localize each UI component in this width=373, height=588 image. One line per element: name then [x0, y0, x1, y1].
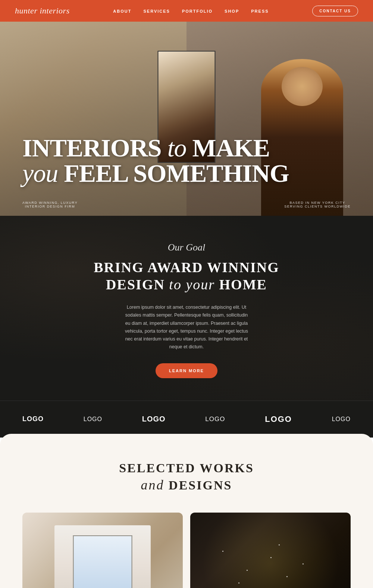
goal-section: Our Goal BRING AWARD WINNING DESIGN to y…: [0, 216, 373, 401]
hero-label-left-line2: INTERIOR DESIGN FIRM: [22, 205, 78, 208]
hero-label-right-line1: BASED IN NEW YORK CITY: [284, 201, 351, 205]
work-card-2[interactable]: [190, 513, 351, 588]
nav-link-services[interactable]: SERVICES: [143, 9, 170, 13]
star-4: [286, 576, 288, 577]
star-1: [222, 551, 223, 552]
nav-links: ABOUT SERVICES PORTFOLIO SHOP PRESS: [113, 7, 269, 14]
hero-italic-to: to: [167, 134, 186, 162]
hero-label-left-line1: AWARD WINNING, LUXURY: [22, 201, 78, 205]
hero-label-right: BASED IN NEW YORK CITY SERVING CLIENTS W…: [284, 201, 351, 208]
hero-headline: INTERIORS to MAKE you FEEL SOMETHING: [22, 135, 351, 186]
logo-2: LOGO: [84, 416, 102, 423]
nav-item-services[interactable]: SERVICES: [143, 7, 170, 14]
works-title-line1: SELECTED WORKS: [119, 461, 254, 475]
hero-italic-you: you: [22, 159, 58, 187]
hero-headline-feel: FEEL SOMETHING: [58, 159, 289, 187]
star-7: [303, 563, 304, 564]
works-grid: [22, 513, 351, 588]
logo-1: LOGO: [22, 415, 44, 423]
hero-label-right-line2: SERVING CLIENTS WORLDWIDE: [284, 205, 351, 208]
star-3: [270, 557, 272, 558]
nav-link-portfolio[interactable]: PORTFOLIO: [182, 9, 213, 13]
nav-logo[interactable]: hunter interiors: [15, 6, 70, 16]
work-card-1[interactable]: [22, 513, 183, 588]
logo-4: LOGO: [205, 416, 225, 423]
nav-item-press[interactable]: PRESS: [251, 7, 269, 14]
star-2: [247, 570, 248, 571]
goal-body-text: Lorem ipsum dolor sit amet, consectetur …: [123, 304, 250, 351]
star-8: [279, 544, 280, 545]
nav-link-about[interactable]: ABOUT: [113, 9, 131, 13]
works-title-line2: DESIGNS: [164, 478, 232, 492]
nav-item-about[interactable]: ABOUT: [113, 7, 131, 14]
learn-more-button[interactable]: LEARN MORE: [156, 363, 217, 378]
hero-headline-line1: INTERIORS to MAKE: [22, 134, 270, 162]
works-title: SELECTED WORKS and DESIGNS: [22, 460, 351, 494]
contact-us-button[interactable]: CONTACT US: [312, 6, 358, 16]
nav-link-shop[interactable]: SHOP: [225, 9, 239, 13]
nav-link-press[interactable]: PRESS: [251, 9, 269, 13]
goal-headline-italic: to your: [169, 277, 215, 292]
navigation: hunter interiors ABOUT SERVICES PORTFOLI…: [0, 0, 373, 22]
goal-eyebrow: Our Goal: [15, 242, 358, 253]
hero-bottom-labels: AWARD WINNING, LUXURY INTERIOR DESIGN FI…: [0, 201, 373, 208]
logo-3: LOGO: [142, 415, 166, 423]
hero-text-overlay: INTERIORS to MAKE you FEEL SOMETHING: [0, 135, 373, 186]
logos-bar: LOGO LOGO LOGO LOGO LOGO LOGO: [0, 401, 373, 438]
hero-section: INTERIORS to MAKE you FEEL SOMETHING AWA…: [0, 22, 373, 216]
works-title-and: and: [141, 477, 164, 492]
star-6: [238, 582, 239, 584]
logo-6: LOGO: [332, 416, 351, 423]
logo-5: LOGO: [265, 414, 292, 424]
goal-headline-line1: BRING AWARD WINNING: [94, 259, 279, 275]
work-card-1-detail: [54, 525, 151, 588]
nav-item-shop[interactable]: SHOP: [225, 7, 239, 14]
goal-headline: BRING AWARD WINNING DESIGN to your HOME: [15, 259, 358, 293]
goal-headline-line2: DESIGN to your HOME: [106, 277, 267, 292]
hero-label-left: AWARD WINNING, LUXURY INTERIOR DESIGN FI…: [22, 201, 78, 208]
nav-item-portfolio[interactable]: PORTFOLIO: [182, 7, 213, 14]
work-card-2-stars: [190, 513, 351, 588]
works-section: SELECTED WORKS and DESIGNS: [0, 434, 373, 588]
